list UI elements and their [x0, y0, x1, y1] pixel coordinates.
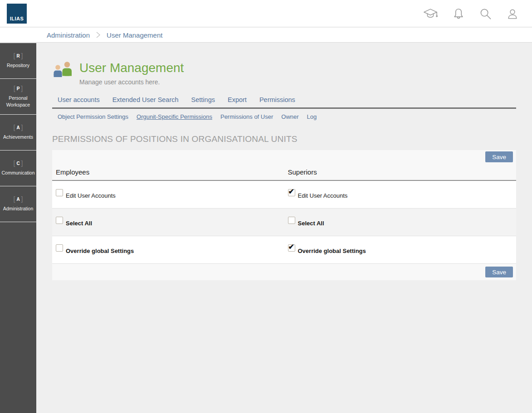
- checkbox-superiors-edit-user-accounts[interactable]: [288, 189, 295, 196]
- table-row-edit-user-accounts: Edit User Accounts Edit User Accounts: [52, 181, 516, 209]
- permission-label: Edit User Accounts: [298, 192, 348, 199]
- personal-workspace-icon: P: [14, 85, 23, 92]
- superiors-cell: Select All: [284, 209, 517, 236]
- table-header-row: Employees Superiors: [52, 164, 516, 181]
- permission-label: Override global Settings: [66, 248, 134, 254]
- sidebar-item-label: Administration: [1, 205, 35, 212]
- employees-cell: Select All: [52, 209, 284, 236]
- breadcrumb-user-management[interactable]: User Management: [107, 31, 162, 39]
- main-sidebar: R Repository P Personal Workspace A Achi…: [0, 43, 36, 413]
- checkbox-employees-override-global-settings[interactable]: [56, 244, 63, 252]
- page-header: User Management Manage user accounts her…: [52, 43, 516, 86]
- checkbox-superiors-select-all[interactable]: [288, 217, 295, 224]
- repository-icon: R: [13, 53, 23, 59]
- page-title-block: User Management Manage user accounts her…: [79, 61, 184, 86]
- page-title: User Management: [79, 61, 184, 75]
- employees-cell: Edit User Accounts: [52, 181, 284, 208]
- table-row-override-global-settings: Override global Settings Override global…: [52, 236, 516, 264]
- subtab-owner[interactable]: Owner: [281, 113, 298, 120]
- column-header-superiors: Superiors: [284, 168, 517, 176]
- main-content: User Management Manage user accounts her…: [36, 43, 532, 413]
- checkbox-employees-edit-user-accounts[interactable]: [56, 189, 63, 196]
- top-bar: ILIAS: [0, 0, 532, 27]
- chevron-right-icon: [96, 31, 101, 39]
- subtab-orgunit-specific-permissions[interactable]: Orgunit-Specific Permissions: [137, 113, 212, 120]
- sidebar-item-label: Communication: [0, 170, 36, 176]
- breadcrumb: Administration User Management: [0, 28, 532, 43]
- notification-bell-icon[interactable]: [453, 7, 464, 20]
- employees-cell: Override global Settings: [52, 236, 284, 263]
- permission-label: Select All: [298, 220, 324, 227]
- tab-settings[interactable]: Settings: [191, 96, 215, 103]
- table-command-row-bottom: Save: [52, 264, 516, 280]
- subtab-permissions-of-user[interactable]: Permissions of User: [220, 113, 273, 120]
- tab-permissions[interactable]: Permissions: [259, 96, 295, 103]
- ilias-logo[interactable]: ILIAS: [7, 4, 27, 24]
- sidebar-item-administration[interactable]: A Administration: [0, 186, 36, 222]
- superiors-cell: Override global Settings: [284, 236, 517, 263]
- subtab-bar: Object Permission Settings Orgunit-Speci…: [52, 113, 516, 120]
- table-row-select-all: Select All Select All: [52, 209, 516, 236]
- superiors-cell: Edit User Accounts: [284, 181, 517, 208]
- tab-extended-user-search[interactable]: Extended User Search: [112, 96, 179, 103]
- checkbox-superiors-override-global-settings[interactable]: [288, 244, 295, 252]
- permission-label: Select All: [66, 220, 92, 227]
- subtab-log[interactable]: Log: [307, 113, 317, 120]
- save-button-bottom[interactable]: Save: [485, 267, 513, 277]
- table-command-row-top: Save: [52, 150, 516, 164]
- achievements-icon: A: [13, 124, 23, 131]
- ilias-logo-text: ILIAS: [10, 16, 24, 21]
- sidebar-item-personal-workspace[interactable]: P Personal Workspace: [0, 79, 36, 115]
- graduation-cap-icon[interactable]: [423, 8, 438, 20]
- checkbox-employees-select-all[interactable]: [56, 217, 63, 224]
- subtab-object-permission-settings[interactable]: Object Permission Settings: [58, 113, 128, 120]
- sidebar-item-achievements[interactable]: A Achievements: [0, 115, 36, 151]
- communication-icon: C: [13, 160, 23, 166]
- section-title: PERMISSIONS OF POSITIONS IN ORGANISATION…: [52, 134, 516, 144]
- breadcrumb-administration[interactable]: Administration: [47, 31, 90, 39]
- permissions-table: Save Employees Superiors Edit User Accou…: [52, 150, 516, 280]
- tab-export[interactable]: Export: [228, 96, 247, 103]
- page-subtitle: Manage user accounts here.: [79, 78, 184, 86]
- user-profile-icon[interactable]: [507, 8, 518, 20]
- sidebar-item-repository[interactable]: R Repository: [0, 43, 36, 79]
- save-button-top[interactable]: Save: [485, 151, 513, 162]
- permission-label: Edit User Accounts: [66, 192, 116, 199]
- sidebar-item-communication[interactable]: C Communication: [0, 151, 36, 186]
- sidebar-item-label: Repository: [5, 62, 31, 68]
- sidebar-item-label: Achievements: [1, 134, 35, 140]
- administration-icon: A: [13, 196, 23, 202]
- tab-bar: User accounts Extended User Search Setti…: [52, 96, 516, 109]
- tab-user-accounts[interactable]: User accounts: [58, 96, 100, 103]
- permission-label: Override global Settings: [298, 248, 366, 254]
- column-header-employees: Employees: [52, 168, 284, 176]
- search-icon[interactable]: [479, 8, 492, 20]
- topbar-icon-group: [423, 0, 518, 27]
- sidebar-item-label: Personal Workspace: [0, 95, 36, 107]
- two-users-icon: [53, 61, 74, 79]
